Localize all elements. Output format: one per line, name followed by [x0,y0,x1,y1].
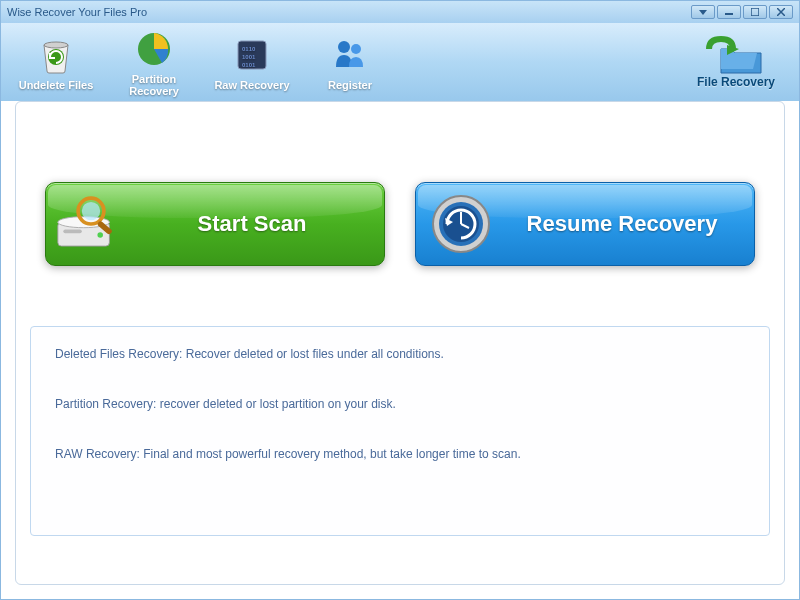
main-panel: Start Scan [15,101,785,585]
logo: File Recovery [691,35,789,90]
minimize-button[interactable] [717,5,741,19]
info-raw: RAW Recovery: Final and most powerful re… [55,447,745,461]
window-title: Wise Recover Your Files Pro [7,6,691,18]
folder-arrow-icon [701,35,771,75]
start-scan-button[interactable]: Start Scan [45,182,385,266]
resume-recovery-label: Resume Recovery [508,211,736,237]
action-buttons: Start Scan [30,182,770,266]
trash-icon [34,33,78,77]
svg-text:0110: 0110 [242,46,256,52]
svg-text:0101: 0101 [242,62,256,68]
svg-rect-1 [751,8,759,16]
app-window: Wise Recover Your Files Pro [0,0,800,600]
svg-point-16 [82,202,100,220]
binary-icon: 0110 1001 0101 [230,33,274,77]
resume-recovery-button[interactable]: Resume Recovery [415,182,755,266]
raw-recovery-button[interactable]: 0110 1001 0101 Raw Recovery [207,27,297,97]
undelete-label: Undelete Files [19,79,94,91]
maximize-button[interactable] [743,5,767,19]
svg-point-14 [97,232,103,238]
titlebar: Wise Recover Your Files Pro [1,1,799,23]
pie-chart-icon [132,27,176,71]
close-button[interactable] [769,5,793,19]
svg-point-10 [351,44,361,54]
svg-rect-0 [725,13,733,15]
start-scan-label: Start Scan [138,211,366,237]
info-box: Deleted Files Recovery: Recover deleted … [30,326,770,536]
dropdown-button[interactable] [691,5,715,19]
info-deleted: Deleted Files Recovery: Recover deleted … [55,347,745,361]
logo-text: File Recovery [697,75,775,89]
users-icon [328,33,372,77]
clock-icon [426,189,496,259]
window-controls [691,5,793,19]
content-area: Start Scan [1,101,799,599]
svg-point-9 [338,41,350,53]
register-button[interactable]: Register [305,27,395,97]
svg-rect-13 [63,230,81,234]
undelete-files-button[interactable]: Undelete Files [11,27,101,97]
partition-label: Partition Recovery [109,73,199,97]
svg-point-2 [44,42,68,48]
info-partition: Partition Recovery: recover deleted or l… [55,397,745,411]
drive-magnify-icon [56,189,126,259]
register-label: Register [328,79,372,91]
svg-text:1001: 1001 [242,54,256,60]
partition-recovery-button[interactable]: Partition Recovery [109,27,199,97]
toolbar: Undelete Files Partition Recovery 0110 1… [1,23,799,101]
raw-label: Raw Recovery [214,79,289,91]
